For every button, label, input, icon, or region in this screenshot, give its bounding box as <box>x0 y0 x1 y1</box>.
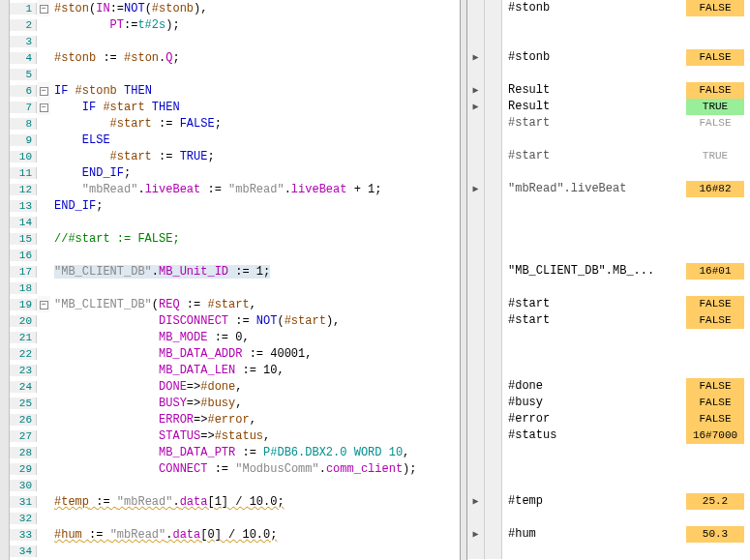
code-text[interactable]: MB_DATA_PTR := P#DB6.DBX2.0 WORD 10, <box>50 446 460 459</box>
expand-arrow-icon[interactable]: ▶ <box>467 181 485 197</box>
watch-row[interactable]: #startFALSE <box>467 312 750 329</box>
watch-row[interactable] <box>467 197 750 214</box>
code-line[interactable]: 27 STATUS=>#status, <box>10 427 460 444</box>
watch-row[interactable] <box>467 280 750 296</box>
watch-row[interactable]: ▶"mbRead".liveBeat16#82 <box>467 181 750 197</box>
code-line[interactable]: 22 MB_DATA_ADDR := 40001, <box>10 345 460 362</box>
code-text[interactable]: #ston(IN:=NOT(#stonb), <box>50 2 460 15</box>
code-line[interactable]: 34 <box>10 543 460 559</box>
watch-row[interactable]: ▶#temp25.2 <box>467 493 750 510</box>
code-line[interactable]: 16 <box>10 247 460 263</box>
watch-row[interactable] <box>467 329 750 345</box>
code-line[interactable]: 2 PT:=t#2s); <box>10 16 460 33</box>
code-text[interactable]: END_IF; <box>50 199 460 213</box>
code-text[interactable]: IF #start THEN <box>50 101 460 114</box>
expand-arrow-icon[interactable]: ▶ <box>467 49 485 66</box>
code-line[interactable]: 6−IF #stonb THEN <box>10 82 460 99</box>
code-text[interactable]: #stonb := #ston.Q; <box>50 51 460 65</box>
code-text[interactable]: #start := TRUE; <box>50 150 460 163</box>
code-line[interactable]: 17"MB_CLIENT_DB".MB_Unit_ID := 1; <box>10 263 460 280</box>
watch-row[interactable]: ▶#stonbFALSE <box>467 49 750 66</box>
code-line[interactable]: 29 CONNECT := "ModbusComm".comm_client); <box>10 460 460 477</box>
watch-row[interactable]: #stonbFALSE <box>467 0 750 16</box>
code-text[interactable]: MB_DATA_LEN := 10, <box>50 364 460 377</box>
code-text[interactable]: CONNECT := "ModbusComm".comm_client); <box>50 462 460 476</box>
code-line[interactable]: 32 <box>10 510 460 526</box>
code-line[interactable]: 30 <box>10 477 460 493</box>
code-line[interactable]: 7− IF #start THEN <box>10 99 460 115</box>
code-line[interactable]: 28 MB_DATA_PTR := P#DB6.DBX2.0 WORD 10, <box>10 444 460 460</box>
fold-gutter[interactable]: − <box>37 296 50 312</box>
watch-row[interactable] <box>467 214 750 230</box>
code-line[interactable]: 19−"MB_CLIENT_DB"(REQ := #start, <box>10 296 460 312</box>
watch-row[interactable] <box>467 460 750 477</box>
code-line[interactable]: 18 <box>10 280 460 296</box>
code-text[interactable]: BUSY=>#busy, <box>50 397 460 410</box>
code-line[interactable]: 9 ELSE <box>10 132 460 148</box>
code-line[interactable]: 13END_IF; <box>10 197 460 214</box>
fold-minus-icon[interactable]: − <box>40 301 48 309</box>
expand-arrow-icon[interactable]: ▶ <box>467 526 485 543</box>
watch-row[interactable]: #status16#7000 <box>467 427 750 444</box>
code-text[interactable]: ELSE <box>50 133 460 147</box>
code-line[interactable]: 33#hum := "mbRead".data[0] / 10.0; <box>10 526 460 543</box>
code-text[interactable]: STATUS=>#status, <box>50 429 460 443</box>
fold-gutter[interactable]: − <box>37 99 50 115</box>
watch-row[interactable] <box>467 66 750 82</box>
watch-row[interactable] <box>467 132 750 148</box>
watch-row[interactable]: #startFALSE <box>467 296 750 312</box>
fold-gutter[interactable]: − <box>37 82 50 99</box>
watch-row[interactable] <box>467 247 750 263</box>
code-text[interactable]: #temp := "mbRead".data[1] / 10.0; <box>50 495 460 509</box>
code-line[interactable]: 31#temp := "mbRead".data[1] / 10.0; <box>10 493 460 510</box>
code-line[interactable]: 25 BUSY=>#busy, <box>10 395 460 411</box>
fold-minus-icon[interactable]: − <box>40 87 48 96</box>
code-text[interactable]: "MB_CLIENT_DB".MB_Unit_ID := 1; <box>50 265 460 279</box>
code-line[interactable]: 5 <box>10 66 460 82</box>
watch-row[interactable]: ▶ResultFALSE <box>467 82 750 99</box>
expand-arrow-icon[interactable]: ▶ <box>467 493 485 510</box>
code-text[interactable]: //#start := FALSE; <box>50 232 460 246</box>
watch-row[interactable] <box>467 345 750 362</box>
code-text[interactable]: DISCONNECT := NOT(#start), <box>50 314 460 328</box>
watch-row[interactable]: #startTRUE <box>467 148 750 164</box>
watch-row[interactable]: #busyFALSE <box>467 395 750 411</box>
code-text[interactable]: END_IF; <box>50 166 460 180</box>
code-editor[interactable]: 1−#ston(IN:=NOT(#stonb),2 PT:=t#2s);34#s… <box>10 0 460 560</box>
code-line[interactable]: 26 ERROR=>#error, <box>10 411 460 427</box>
watch-row[interactable]: #startFALSE <box>467 115 750 132</box>
code-line[interactable]: 15//#start := FALSE; <box>10 230 460 247</box>
watch-row[interactable]: #errorFALSE <box>467 411 750 427</box>
watch-row[interactable] <box>467 362 750 378</box>
code-text[interactable]: DONE=>#done, <box>50 380 460 394</box>
watch-row[interactable]: #doneFALSE <box>467 378 750 395</box>
code-line[interactable]: 14 <box>10 214 460 230</box>
watch-row[interactable]: "MB_CLIENT_DB".MB_...16#01 <box>467 263 750 280</box>
code-text[interactable]: #hum := "mbRead".data[0] / 10.0; <box>50 528 460 542</box>
code-line[interactable]: 10 #start := TRUE; <box>10 148 460 164</box>
watch-row[interactable] <box>467 33 750 49</box>
fold-gutter[interactable]: − <box>37 0 50 16</box>
code-text[interactable]: PT:=t#2s); <box>50 18 460 32</box>
code-line[interactable]: 23 MB_DATA_LEN := 10, <box>10 362 460 378</box>
code-text[interactable]: MB_DATA_ADDR := 40001, <box>50 347 460 361</box>
code-text[interactable]: IF #stonb THEN <box>50 84 460 98</box>
watch-row[interactable] <box>467 543 750 559</box>
watch-row[interactable] <box>467 444 750 460</box>
expand-arrow-icon[interactable]: ▶ <box>467 82 485 99</box>
code-text[interactable]: MB_MODE := 0, <box>50 331 460 344</box>
fold-minus-icon[interactable]: − <box>40 103 48 112</box>
code-line[interactable]: 12 "mbRead".liveBeat := "mbRead".liveBea… <box>10 181 460 197</box>
watch-row[interactable] <box>467 510 750 526</box>
code-line[interactable]: 24 DONE=>#done, <box>10 378 460 395</box>
watch-row[interactable] <box>467 16 750 33</box>
expand-arrow-icon[interactable]: ▶ <box>467 99 485 115</box>
watch-row[interactable] <box>467 477 750 493</box>
code-line[interactable]: 1−#ston(IN:=NOT(#stonb), <box>10 0 460 16</box>
code-line[interactable]: 20 DISCONNECT := NOT(#start), <box>10 312 460 329</box>
code-text[interactable]: #start := FALSE; <box>50 117 460 131</box>
watch-row[interactable]: ▶ResultTRUE <box>467 99 750 115</box>
code-line[interactable]: 3 <box>10 33 460 49</box>
code-line[interactable]: 11 END_IF; <box>10 164 460 181</box>
pane-divider[interactable] <box>460 0 467 560</box>
